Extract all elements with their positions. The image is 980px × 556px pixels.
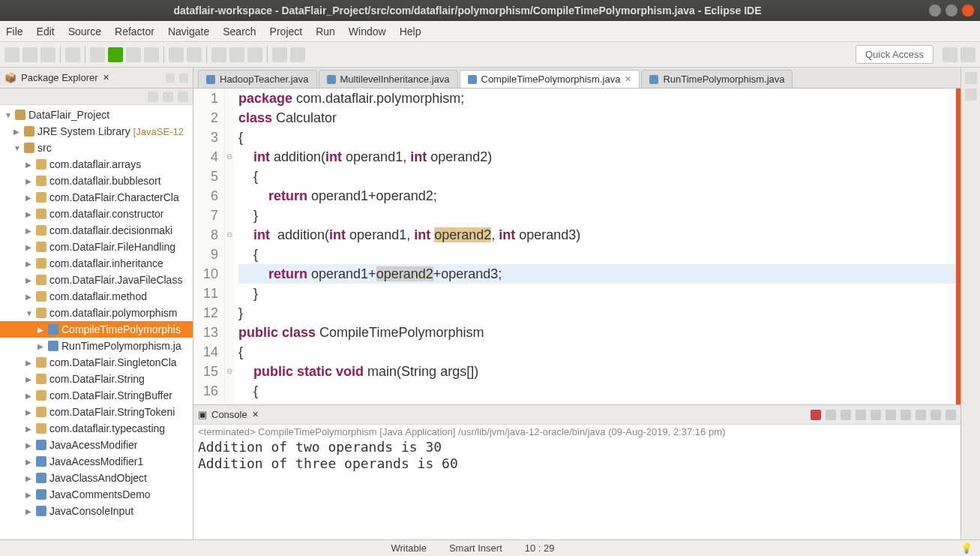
package-node[interactable]: com.dataflair.arrays — [0, 156, 193, 173]
toolbar-sep — [206, 47, 207, 63]
editor-tab-runtime[interactable]: RunTimePolymorphism.java — [641, 70, 793, 88]
console-header: ▣ Console ✕ — [193, 405, 961, 425]
jre-node[interactable]: JRE System Library [JavaSE-12 — [0, 123, 193, 140]
package-node[interactable]: com.DataFlair.CharacterCla — [0, 189, 193, 206]
display-console-icon[interactable] — [901, 410, 911, 420]
package-polymorphism-node[interactable]: com.dataflair.polymorphism — [0, 305, 193, 321]
task-list-icon[interactable] — [965, 89, 977, 101]
package-node[interactable]: com.DataFlair.FileHandling — [0, 239, 193, 255]
nav-fwd-icon[interactable] — [290, 47, 305, 62]
toolbar-sep — [60, 47, 61, 63]
scroll-lock-icon[interactable] — [871, 410, 881, 420]
menu-source[interactable]: Source — [68, 26, 101, 38]
java-file-icon — [649, 75, 658, 84]
clear-console-icon[interactable] — [856, 410, 866, 420]
save-all-icon[interactable] — [40, 47, 55, 62]
window-title: dataflair-workspace - DataFlair_Project/… — [6, 5, 929, 17]
remove-all-icon[interactable] — [841, 410, 851, 420]
package-node[interactable]: com.DataFlair.SingletonCla — [0, 354, 193, 371]
search-icon[interactable] — [229, 47, 244, 62]
collapse-all-icon[interactable] — [148, 92, 158, 102]
code-editor[interactable]: 12345678910111213141516 ⊖ ⊖ ⊖ package co… — [193, 89, 961, 404]
tab-close-icon[interactable]: ✕ — [625, 74, 631, 84]
menu-refactor[interactable]: Refactor — [115, 26, 154, 38]
outline-view-icon[interactable] — [965, 72, 977, 84]
nav-back-icon[interactable] — [272, 47, 287, 62]
console-view: ▣ Console ✕ <terminated> CompileTimePoly… — [193, 404, 961, 539]
editor-tabs: HadoopTeacher.java MultilevelInheritance… — [193, 68, 961, 89]
project-node[interactable]: DataFlair_Project — [0, 107, 193, 123]
package-node[interactable]: com.dataflair.constructor — [0, 206, 193, 222]
package-node[interactable]: com.DataFlair.JavaFileClass — [0, 272, 193, 288]
debug-icon[interactable] — [90, 47, 105, 62]
maximize-view-icon[interactable] — [179, 74, 188, 83]
run-icon[interactable] — [108, 47, 123, 62]
menu-search[interactable]: Search — [223, 26, 256, 38]
perspective-java-icon[interactable] — [961, 47, 976, 62]
editor-tab-multilevel[interactable]: MultilevelInheritance.java — [319, 70, 458, 88]
package-node[interactable]: com.dataflair.typecasting — [0, 420, 193, 437]
minimize-icon[interactable] — [929, 5, 941, 17]
src-node[interactable]: src — [0, 140, 193, 156]
class-node[interactable]: JavaAcessModifier — [0, 437, 193, 453]
editor-tab-compiletime[interactable]: CompileTimePolymorphism.java✕ — [460, 70, 640, 88]
quick-access-input[interactable]: Quick Access — [856, 45, 934, 64]
perspective-open-icon[interactable] — [943, 47, 958, 62]
terminate-icon[interactable] — [811, 410, 821, 420]
java-file-icon — [468, 75, 477, 84]
class-node[interactable]: JavaAcessModifier1 — [0, 453, 193, 470]
folding-gutter[interactable]: ⊖ ⊖ ⊖ — [225, 89, 234, 404]
line-number-gutter: 12345678910111213141516 — [193, 89, 225, 404]
menu-edit[interactable]: Edit — [37, 26, 55, 38]
menu-project[interactable]: Project — [270, 26, 303, 38]
menu-help[interactable]: Help — [400, 26, 421, 38]
package-explorer-header: 📦 Package Explorer ✕ — [0, 68, 193, 89]
menu-navigate[interactable]: Navigate — [168, 26, 209, 38]
menu-run[interactable]: Run — [316, 26, 335, 38]
package-node[interactable]: com.dataflair.method — [0, 288, 193, 305]
pin-console-icon[interactable] — [886, 410, 896, 420]
new-class-icon[interactable] — [187, 47, 202, 62]
toolbar-sep — [267, 47, 268, 63]
main-area: 📦 Package Explorer ✕ DataFlair_Project J… — [0, 68, 980, 539]
task-icon[interactable] — [247, 47, 262, 62]
new-package-icon[interactable] — [169, 47, 184, 62]
editor-tab-hadoop[interactable]: HadoopTeacher.java — [198, 70, 317, 88]
maximize-icon[interactable] — [946, 5, 958, 17]
minimize-view-icon[interactable] — [931, 410, 941, 420]
file-runtime-node[interactable]: RunTimePolymorphism.ja — [0, 338, 193, 354]
menu-window[interactable]: Window — [349, 26, 386, 38]
maximize-view-icon[interactable] — [946, 410, 956, 420]
ext-tools-icon[interactable] — [144, 47, 159, 62]
package-explorer-tree[interactable]: DataFlair_Project JRE System Library [Ja… — [0, 105, 193, 539]
build-icon[interactable] — [65, 47, 80, 62]
package-node[interactable]: com.DataFlair.StringBuffer — [0, 387, 193, 404]
close-icon[interactable] — [962, 5, 974, 17]
class-node[interactable]: JavaCommentsDemo — [0, 486, 193, 503]
open-console-icon[interactable] — [916, 410, 926, 420]
view-close-icon[interactable]: ✕ — [103, 73, 109, 83]
open-type-icon[interactable] — [211, 47, 226, 62]
package-node[interactable]: com.DataFlair.StringTokeni — [0, 404, 193, 420]
window-controls — [929, 5, 974, 17]
minimize-view-icon[interactable] — [166, 74, 175, 83]
new-icon[interactable] — [4, 47, 19, 62]
package-node[interactable]: com.DataFlair.String — [0, 371, 193, 387]
package-node[interactable]: com.dataflair.decisionmaki — [0, 222, 193, 239]
coverage-icon[interactable] — [126, 47, 141, 62]
view-close-icon[interactable]: ✕ — [252, 410, 259, 419]
view-menu-icon[interactable] — [178, 92, 188, 102]
package-node[interactable]: com.dataflair.bubblesort — [0, 173, 193, 189]
save-icon[interactable] — [22, 47, 37, 62]
console-output[interactable]: Addition of two operands is 30 Addition … — [193, 439, 961, 539]
remove-launch-icon[interactable] — [826, 410, 836, 420]
link-editor-icon[interactable] — [163, 92, 173, 102]
file-compiletime-node[interactable]: CompileTimePolymorphis — [0, 321, 193, 338]
class-node[interactable]: JavaConsoleInput — [0, 503, 193, 519]
package-node[interactable]: com.dataflair.inheritance — [0, 255, 193, 272]
code-content[interactable]: package com.dataflair.polymorphism; clas… — [234, 89, 956, 404]
menu-file[interactable]: File — [6, 26, 23, 38]
console-process-info: <terminated> CompileTimePolymorphism [Ja… — [193, 425, 961, 439]
tip-icon[interactable]: 💡 — [961, 542, 973, 554]
class-node[interactable]: JavaClassAndObject — [0, 470, 193, 486]
